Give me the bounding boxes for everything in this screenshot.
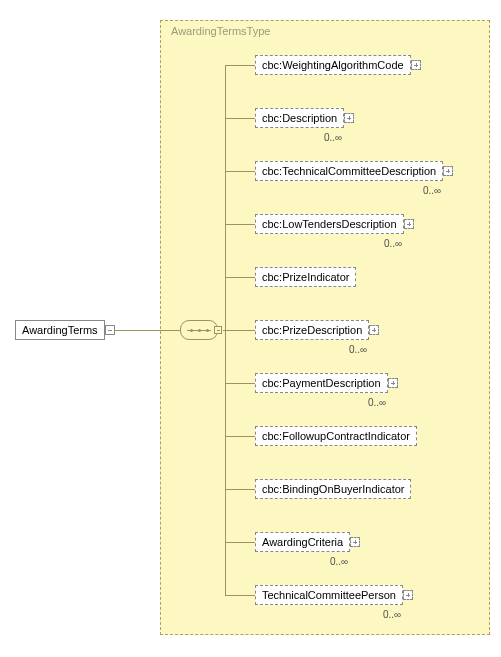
cardinality-label: 0..∞ [330, 556, 348, 567]
wire [225, 542, 255, 543]
wire [225, 65, 255, 66]
cardinality-label: 0..∞ [368, 397, 386, 408]
expand-icon[interactable] [388, 378, 398, 388]
wire [225, 277, 255, 278]
element-box[interactable]: cbc:Description [255, 108, 344, 128]
child-element: cbc:TechnicalCommitteeDescription0..∞ [255, 161, 443, 181]
child-element: cbc:WeightingAlgorithmCode [255, 55, 411, 75]
element-box[interactable]: cbc:FollowupContractIndicator [255, 426, 417, 446]
wire [225, 224, 255, 225]
sequence-expand-icon [214, 326, 222, 334]
wire [225, 489, 255, 490]
wire [160, 330, 180, 331]
child-element: cbc:LowTendersDescription0..∞ [255, 214, 404, 234]
element-box[interactable]: AwardingCriteria [255, 532, 350, 552]
child-element: AwardingCriteria0..∞ [255, 532, 350, 552]
expand-icon[interactable] [344, 113, 354, 123]
cardinality-label: 0..∞ [384, 238, 402, 249]
wire [225, 171, 255, 172]
type-group-title: AwardingTermsType [171, 25, 270, 37]
expand-icon[interactable] [411, 60, 421, 70]
wire [225, 383, 255, 384]
cardinality-label: 0..∞ [423, 185, 441, 196]
child-element: cbc:Description0..∞ [255, 108, 344, 128]
element-box[interactable]: cbc:LowTendersDescription [255, 214, 404, 234]
element-box[interactable]: cbc:PrizeDescription [255, 320, 369, 340]
element-box[interactable]: cbc:PaymentDescription [255, 373, 388, 393]
element-box[interactable]: cbc:PrizeIndicator [255, 267, 356, 287]
child-element: cbc:PrizeDescription0..∞ [255, 320, 369, 340]
expand-icon[interactable] [369, 325, 379, 335]
root-element[interactable]: AwardingTerms [15, 320, 105, 340]
expand-icon[interactable] [443, 166, 453, 176]
xsd-diagram: AwardingTermsAwardingTermsTypecbc:Weight… [0, 0, 501, 657]
root-connector [105, 325, 115, 335]
cardinality-label: 0..∞ [383, 609, 401, 620]
child-element: cbc:PrizeIndicator [255, 267, 356, 287]
child-element: cbc:BindingOnBuyerIndicator [255, 479, 411, 499]
child-element: TechnicalCommitteePerson0..∞ [255, 585, 403, 605]
wire [225, 595, 255, 596]
expand-icon[interactable] [350, 537, 360, 547]
child-element: cbc:PaymentDescription0..∞ [255, 373, 388, 393]
wire [225, 330, 255, 331]
element-box[interactable]: cbc:WeightingAlgorithmCode [255, 55, 411, 75]
expand-icon[interactable] [404, 219, 414, 229]
cardinality-label: 0..∞ [324, 132, 342, 143]
wire [115, 330, 160, 331]
sequence-compositor[interactable] [180, 320, 218, 340]
element-box[interactable]: cbc:TechnicalCommitteeDescription [255, 161, 443, 181]
child-element: cbc:FollowupContractIndicator [255, 426, 417, 446]
expand-icon[interactable] [403, 590, 413, 600]
cardinality-label: 0..∞ [349, 344, 367, 355]
wire [225, 118, 255, 119]
element-box[interactable]: cbc:BindingOnBuyerIndicator [255, 479, 411, 499]
element-box[interactable]: TechnicalCommitteePerson [255, 585, 403, 605]
wire [225, 436, 255, 437]
